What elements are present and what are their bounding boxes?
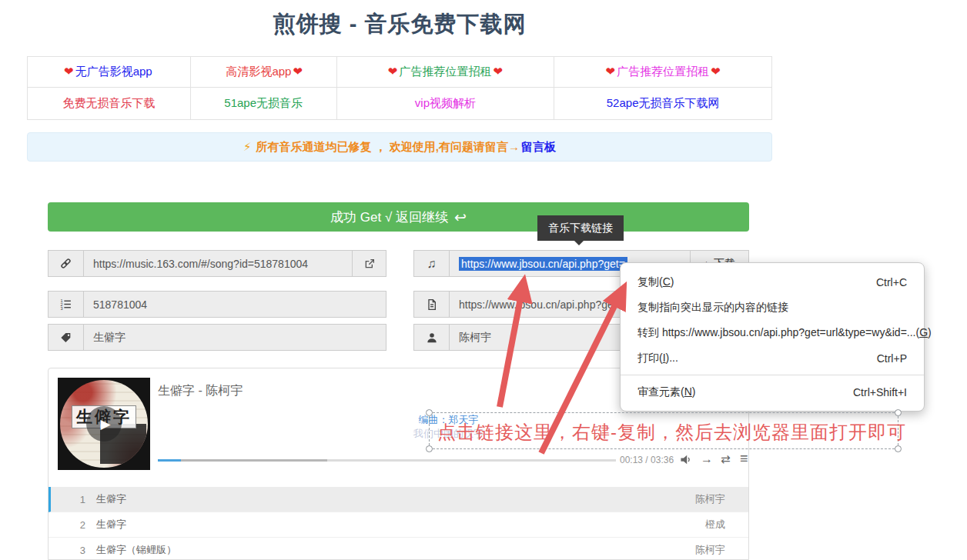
repeat-icon[interactable]: ⇄ [721, 452, 731, 466]
heart-icon: ❤ [62, 65, 75, 78]
promo-link[interactable]: ❤广告推荐位置招租❤ [604, 65, 722, 78]
person-icon [413, 324, 450, 351]
selection-handle [895, 445, 902, 452]
song-id-row: 123 518781004 [48, 291, 386, 318]
heart-icon: ❤ [386, 65, 400, 78]
success-return-banner[interactable]: 成功 Get √ 返回继续 ↩ [48, 202, 749, 232]
external-link-icon [363, 258, 376, 270]
menu-separator [621, 375, 924, 375]
return-arrow-icon: ↩ [454, 208, 467, 226]
song-name-input[interactable]: 生僻字 [84, 324, 386, 351]
file-icon [413, 291, 450, 318]
annotation-text: 点击链接这里，右键-复制，然后去浏览器里面打开即可 [437, 420, 906, 445]
music-note-icon: ♫ [413, 250, 450, 277]
heart-icon: ❤ [709, 65, 722, 78]
play-button[interactable]: ▶ [86, 406, 122, 442]
download-link-tooltip: 音乐下载链接 [537, 215, 624, 241]
context-menu-item-copy[interactable]: 复制(C) Ctrl+C [621, 269, 924, 295]
playlist-row[interactable]: 3 生僻字（锦鲤版） 陈柯宇 [49, 538, 748, 560]
context-menu-item-inspect[interactable]: 审查元素(N) Ctrl+Shift+I [621, 379, 924, 405]
heart-icon: ❤ [491, 65, 504, 78]
volume-icon[interactable] [680, 454, 693, 468]
progress-buffer [158, 459, 327, 462]
message-board-link[interactable]: 留言板 [521, 140, 556, 155]
play-icon: ▶ [100, 416, 110, 432]
time-display: 00:13 / 03:36 [620, 455, 674, 465]
tag-icon [48, 324, 84, 351]
context-menu-item-print[interactable]: 打印(I)... Ctrl+P [621, 345, 924, 371]
source-url-row: https://music.163.com/#/song?id=51878100… [48, 250, 386, 277]
page-title: 煎饼搜 - 音乐免费下载网 [27, 9, 772, 40]
page: 煎饼搜 - 音乐免费下载网 ❤无广告影视app 高清影视app❤ ❤广告推荐位置… [0, 0, 967, 560]
progress-played [158, 459, 181, 462]
promo-link[interactable]: 52ape无损音乐下载网 [607, 96, 720, 109]
source-url-input[interactable]: https://music.163.com/#/song?id=51878100… [84, 250, 353, 277]
playlist-row[interactable]: 2 生僻字 橙成 [49, 512, 748, 538]
playlist-row[interactable]: 1 生僻字 陈柯宇 [49, 487, 748, 512]
promo-link[interactable]: vip视频解析 [415, 96, 476, 109]
notice-text: 所有音乐通道均已修复 ， 欢迎使用,有问题请留言→ [256, 140, 520, 155]
promo-link[interactable]: 免费无损音乐下载 [62, 96, 155, 109]
promo-links-table: ❤无广告影视app 高清影视app❤ ❤广告推荐位置招租❤ ❤广告推荐位置招租❤… [27, 56, 772, 120]
promo-link[interactable]: ❤无广告影视app [62, 65, 156, 78]
promo-link[interactable]: ❤广告推荐位置招租❤ [386, 65, 504, 78]
selection-handle [895, 409, 902, 416]
progress-bar[interactable] [158, 459, 616, 462]
playlist-icon[interactable]: ≡ [740, 451, 748, 467]
selection-handle [426, 409, 433, 416]
notice-banner: ⚡ 所有音乐通道均已修复 ， 欢迎使用,有问题请留言→ 留言板 [27, 132, 772, 162]
heart-icon [152, 65, 156, 78]
context-menu-item-copy-highlight-link[interactable]: 复制指向突出显示的内容的链接 [621, 295, 924, 320]
success-banner-text: 成功 Get √ 返回继续 [330, 208, 448, 226]
context-menu-item-goto-url[interactable]: 转到 https://www.jbsou.cn/api.php?get=url&… [621, 320, 924, 345]
song-name-row: 生僻字 [48, 324, 386, 351]
song-id-input[interactable]: 518781004 [84, 291, 386, 318]
now-playing-title: 生僻字 - 陈柯宇 [158, 383, 243, 399]
shortcut: Ctrl+C [876, 276, 907, 288]
selection-handle [426, 445, 433, 452]
open-external-button[interactable] [353, 250, 386, 277]
playlist: 1 生僻字 陈柯宇 2 生僻字 橙成 3 生僻字（锦鲤版） 陈柯宇 [49, 487, 748, 560]
next-track-icon[interactable]: → [701, 452, 713, 466]
list-ol-icon: 123 [48, 291, 84, 318]
selected-text: https://www.jbsou.cn/api.php?get= [459, 257, 627, 271]
bolt-icon: ⚡ [243, 140, 252, 154]
svg-text:3: 3 [60, 306, 62, 311]
promo-link[interactable]: 高清影视app❤ [223, 65, 304, 78]
link-icon [48, 250, 84, 277]
context-menu: 复制(C) Ctrl+C 复制指向突出显示的内容的链接 转到 https://w… [620, 262, 925, 412]
heart-icon: ❤ [604, 65, 617, 78]
promo-link[interactable]: 51ape无损音乐 [224, 96, 303, 109]
heart-icon: ❤ [291, 65, 304, 78]
album-art[interactable]: 生僻字 ▶ [58, 378, 150, 470]
